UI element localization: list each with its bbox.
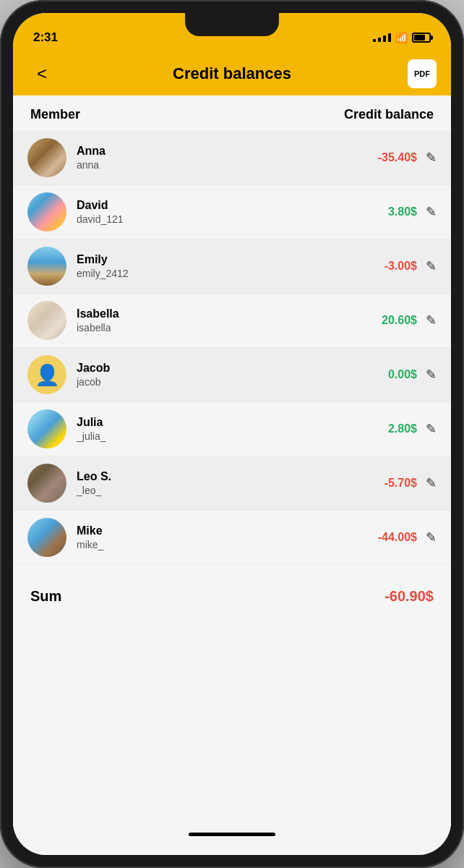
table-row: 👤 Jacob jacob 0.00$ ✎ — [13, 348, 451, 402]
avatar — [27, 464, 66, 503]
member-list: Anna anna -35.40$ ✎ David david_121 3.80… — [13, 131, 451, 565]
pdf-label: PDF — [414, 69, 430, 78]
avatar — [27, 518, 66, 557]
edit-button[interactable]: ✎ — [426, 258, 437, 274]
member-username: emily_2412 — [77, 267, 359, 280]
avatar — [27, 138, 66, 177]
member-balance: 0.00$ — [359, 368, 417, 381]
member-balance: -35.40$ — [359, 151, 417, 164]
phone-screen: 2:31 📶 < Credit balances PDF — [13, 13, 451, 855]
edit-button[interactable]: ✎ — [426, 312, 437, 328]
edit-button[interactable]: ✎ — [426, 367, 437, 383]
sum-label: Sum — [30, 588, 61, 605]
table-row: Emily emily_2412 -3.00$ ✎ — [13, 239, 451, 294]
member-name: Anna — [77, 144, 359, 159]
member-username: jacob — [77, 375, 359, 388]
edit-button[interactable]: ✎ — [426, 421, 437, 437]
member-name: Julia — [77, 415, 359, 430]
page-title: Credit balances — [56, 64, 408, 83]
notch — [185, 13, 279, 36]
member-username: mike_ — [77, 538, 359, 551]
sum-row: Sum -60.90$ — [13, 571, 451, 622]
avatar: 👤 — [27, 355, 66, 394]
status-time: 2:31 — [33, 30, 58, 45]
signal-icon — [373, 33, 391, 42]
member-info: Anna anna — [66, 144, 359, 172]
member-balance: -3.00$ — [359, 260, 417, 273]
member-username: isabella — [77, 321, 359, 334]
credit-column-header: Credit balance — [344, 107, 434, 122]
avatar — [27, 409, 66, 448]
status-icons: 📶 — [373, 32, 431, 43]
member-username: _leo_ — [77, 484, 359, 497]
member-info: Julia _julia_ — [66, 415, 359, 443]
member-name: Isabella — [77, 307, 359, 322]
member-column-header: Member — [30, 107, 80, 122]
edit-button[interactable]: ✎ — [426, 475, 437, 491]
member-username: anna — [77, 158, 359, 171]
member-balance: -5.70$ — [359, 477, 417, 490]
wifi-icon: 📶 — [395, 32, 408, 43]
back-button[interactable]: < — [27, 64, 56, 84]
member-balance: 2.80$ — [359, 422, 417, 435]
battery-icon — [412, 33, 431, 43]
table-row: Mike mike_ -44.00$ ✎ — [13, 511, 451, 565]
member-username: david_121 — [77, 213, 359, 226]
edit-button[interactable]: ✎ — [426, 204, 437, 220]
member-name: Jacob — [77, 361, 359, 376]
member-balance: 20.60$ — [359, 314, 417, 327]
member-info: Mike mike_ — [66, 524, 359, 552]
member-name: Mike — [77, 524, 359, 539]
avatar — [27, 301, 66, 340]
member-name: David — [77, 198, 359, 213]
pdf-button[interactable]: PDF — [408, 59, 437, 88]
member-info: Jacob jacob — [66, 361, 359, 389]
member-name: Emily — [77, 252, 359, 268]
member-info: Leo S. _leo_ — [66, 469, 359, 498]
avatar — [27, 247, 66, 286]
table-row: Anna anna -35.40$ ✎ — [13, 131, 451, 185]
member-name: Leo S. — [77, 469, 359, 485]
member-username: _julia_ — [77, 430, 359, 443]
member-balance: 3.80$ — [359, 205, 417, 218]
member-info: David david_121 — [66, 198, 359, 226]
nav-bar: < Credit balances PDF — [13, 52, 451, 95]
member-info: Emily emily_2412 — [66, 252, 359, 281]
edit-button[interactable]: ✎ — [426, 529, 437, 545]
table-row: Julia _julia_ 2.80$ ✎ — [13, 402, 451, 456]
edit-button[interactable]: ✎ — [426, 150, 437, 166]
table-row: Leo S. _leo_ -5.70$ ✎ — [13, 456, 451, 511]
table-row: David david_121 3.80$ ✎ — [13, 185, 451, 239]
phone-frame: 2:31 📶 < Credit balances PDF — [0, 0, 464, 868]
table-row: Isabella isabella 20.60$ ✎ — [13, 294, 451, 348]
member-info: Isabella isabella — [66, 307, 359, 335]
member-balance: -44.00$ — [359, 531, 417, 544]
home-indicator — [189, 833, 275, 836]
table-header: Member Credit balance — [13, 95, 451, 131]
screen-content: Member Credit balance Anna anna -35.40$ … — [13, 95, 451, 855]
sum-value: -60.90$ — [384, 588, 434, 605]
avatar — [27, 192, 66, 231]
person-icon: 👤 — [35, 363, 60, 387]
